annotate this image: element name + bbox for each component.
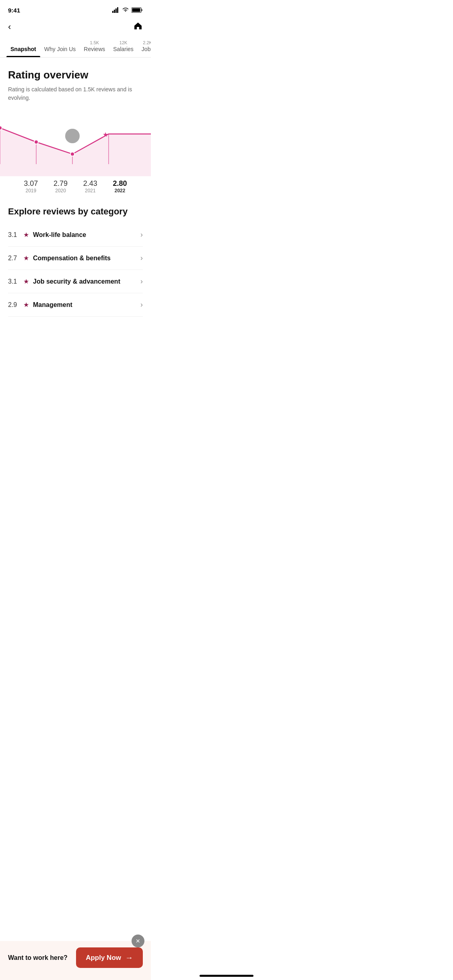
svg-rect-5 bbox=[132, 8, 140, 12]
star-icon-job-security: ★ bbox=[23, 278, 29, 285]
chart-value-2020: 2.79 bbox=[54, 179, 68, 188]
svg-point-10 bbox=[0, 126, 2, 130]
nav-bar: ‹ bbox=[0, 18, 151, 38]
category-left-job-security: 3.1 ★ Job security & advancement bbox=[8, 278, 120, 285]
tab-salaries-label: Salaries bbox=[113, 46, 134, 52]
scrubber-dot[interactable] bbox=[65, 129, 80, 143]
chevron-right-compensation: › bbox=[140, 254, 143, 262]
rating-chart: ★ bbox=[0, 112, 151, 176]
chart-label-2021: 2.43 2021 bbox=[83, 179, 97, 194]
tab-bar: Snapshot Why Join Us 1.5K Reviews 12K Sa… bbox=[0, 38, 151, 58]
tab-salaries-count: 12K bbox=[119, 40, 128, 45]
rating-job-security: 3.1 bbox=[8, 278, 19, 285]
chart-value-2019: 3.07 bbox=[24, 179, 38, 188]
chart-labels: 3.07 2019 2.79 2020 2.43 2021 2.80 2022 bbox=[8, 176, 143, 203]
svg-rect-2 bbox=[115, 8, 117, 13]
chart-label-2019: 3.07 2019 bbox=[24, 179, 38, 194]
tab-jobs[interactable]: 2.2K Jobs bbox=[138, 38, 151, 57]
tab-jobs-label: Jobs bbox=[142, 46, 151, 52]
chart-label-2022: 2.80 2022 bbox=[113, 179, 127, 194]
svg-rect-0 bbox=[112, 11, 113, 13]
star-marker: ★ bbox=[103, 131, 108, 138]
category-list: 3.1 ★ Work-life balance › 2.7 ★ Compensa… bbox=[8, 223, 143, 317]
signal-icon bbox=[112, 7, 119, 13]
battery-icon bbox=[132, 7, 143, 13]
wifi-icon bbox=[122, 7, 129, 13]
rating-management: 2.9 bbox=[8, 301, 19, 309]
category-left-compensation: 2.7 ★ Compensation & benefits bbox=[8, 254, 111, 262]
rating-work-life: 3.1 bbox=[8, 231, 19, 239]
svg-point-11 bbox=[34, 140, 38, 144]
rating-overview-title: Rating overview bbox=[8, 69, 143, 81]
tab-reviews[interactable]: 1.5K Reviews bbox=[80, 38, 109, 57]
chart-value-2022: 2.80 bbox=[113, 179, 127, 188]
category-name-job-security: Job security & advancement bbox=[33, 278, 120, 285]
svg-rect-3 bbox=[117, 7, 118, 13]
rating-compensation: 2.7 bbox=[8, 255, 19, 262]
star-icon-management: ★ bbox=[23, 301, 29, 309]
tab-reviews-label: Reviews bbox=[84, 46, 105, 52]
category-name-management: Management bbox=[33, 301, 72, 309]
category-row-compensation[interactable]: 2.7 ★ Compensation & benefits › bbox=[8, 247, 143, 270]
chart-year-2021: 2021 bbox=[85, 188, 96, 194]
category-left-work-life: 3.1 ★ Work-life balance bbox=[8, 231, 86, 239]
category-row-work-life[interactable]: 3.1 ★ Work-life balance › bbox=[8, 223, 143, 247]
category-row-management[interactable]: 2.9 ★ Management › bbox=[8, 293, 143, 317]
category-left-management: 2.9 ★ Management bbox=[8, 301, 72, 309]
tab-snapshot[interactable]: Snapshot bbox=[6, 43, 40, 57]
category-name-compensation: Compensation & benefits bbox=[33, 255, 111, 262]
star-icon-work-life: ★ bbox=[23, 231, 29, 239]
explore-title: Explore reviews by category bbox=[8, 203, 143, 217]
tab-jobs-count: 2.2K bbox=[143, 40, 151, 45]
chart-svg: ★ bbox=[0, 112, 151, 176]
chart-value-2021: 2.43 bbox=[83, 179, 97, 188]
tab-salaries[interactable]: 12K Salaries bbox=[109, 38, 138, 57]
tab-why-join-us[interactable]: Why Join Us bbox=[40, 43, 80, 57]
status-time: 9:41 bbox=[8, 7, 20, 14]
tab-snapshot-label: Snapshot bbox=[10, 46, 36, 52]
svg-rect-1 bbox=[114, 10, 115, 13]
status-icons bbox=[112, 7, 143, 13]
tab-reviews-count: 1.5K bbox=[90, 40, 99, 45]
chevron-right-job-security: › bbox=[140, 277, 143, 286]
chevron-right-work-life: › bbox=[140, 231, 143, 239]
home-icon bbox=[133, 21, 143, 31]
chart-label-2020: 2.79 2020 bbox=[54, 179, 68, 194]
main-content: Rating overview Rating is calculated bas… bbox=[0, 58, 151, 365]
category-row-job-security[interactable]: 3.1 ★ Job security & advancement › bbox=[8, 270, 143, 293]
category-name-work-life: Work-life balance bbox=[33, 231, 86, 239]
chart-year-2019: 2019 bbox=[26, 188, 37, 194]
back-button[interactable]: ‹ bbox=[8, 22, 11, 32]
rating-overview-subtitle: Rating is calculated based on 1.5K revie… bbox=[8, 85, 143, 102]
chart-year-2022: 2022 bbox=[115, 188, 126, 194]
svg-point-12 bbox=[70, 152, 74, 156]
home-button[interactable] bbox=[133, 21, 143, 33]
tab-why-join-us-label: Why Join Us bbox=[44, 46, 76, 52]
status-bar: 9:41 bbox=[0, 0, 151, 18]
chevron-right-management: › bbox=[140, 301, 143, 309]
chart-year-2020: 2020 bbox=[55, 188, 66, 194]
star-icon-compensation: ★ bbox=[23, 254, 29, 262]
